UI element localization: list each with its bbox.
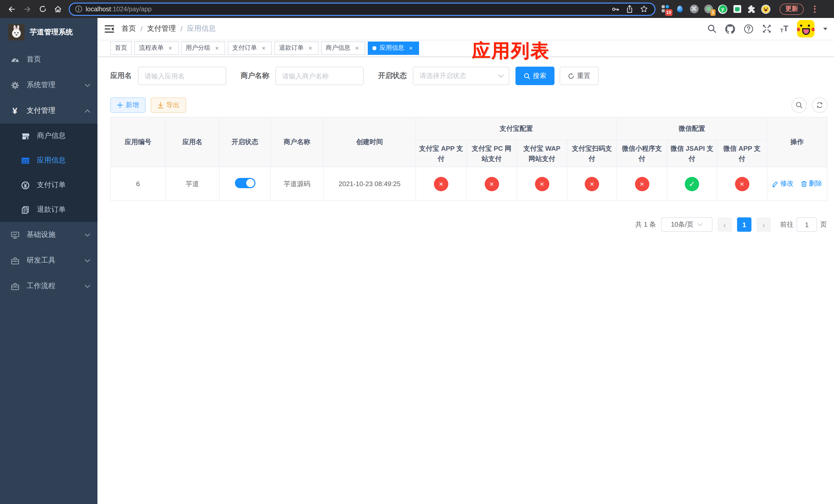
grid-table-icon [21, 156, 30, 165]
status-select[interactable]: 请选择开启状态 [413, 67, 509, 85]
page-size-select[interactable]: 10条/页 [661, 217, 712, 232]
tab-label: 商户信息 [326, 44, 350, 52]
goto-page-input[interactable] [796, 217, 817, 232]
fullscreen-icon [762, 24, 771, 33]
github-link[interactable] [725, 24, 735, 33]
sidebar: 芋道管理系统 首页 系统管理 ¥ 支付管理 [0, 18, 97, 504]
goto-label: 前往 [780, 220, 793, 229]
extension-badge: 10 [665, 9, 673, 16]
export-button[interactable]: 导出 [151, 97, 186, 113]
sidebar-logo-row[interactable]: 芋道管理系统 [0, 18, 97, 47]
sidebar-item-dev-tools[interactable]: 研发工具 [0, 248, 97, 273]
chevron-down-icon [85, 284, 90, 288]
refresh-table-button[interactable] [812, 97, 827, 113]
avatar-caret-icon[interactable] [823, 27, 827, 32]
sidebar-item-pay-orders[interactable]: 支付订单 [0, 173, 97, 198]
add-button[interactable]: 新增 [110, 97, 146, 113]
col-alipay-qr: 支付宝扫码支付 [567, 140, 617, 167]
col-app-name: 应用名 [166, 117, 219, 167]
reset-button[interactable]: 重置 [559, 67, 598, 85]
sidebar-item-app-info[interactable]: 应用信息 [0, 148, 97, 173]
sidebar-item-workflow[interactable]: 工作流程 [0, 273, 97, 299]
browser-back-button[interactable] [5, 2, 19, 16]
tab-app-info[interactable]: 应用信息× [368, 41, 419, 54]
page-1-button[interactable]: 1 [737, 217, 751, 232]
sidebar-item-home[interactable]: 首页 [0, 47, 97, 72]
breadcrumb-home[interactable]: 首页 [122, 24, 136, 33]
wx-app-disabled-icon: × [735, 177, 749, 191]
tab-merchant-info[interactable]: 商户信息× [321, 41, 365, 54]
col-actions: 操作 [767, 117, 827, 167]
extension-y-icon[interactable]: y [718, 4, 727, 14]
app-name-input[interactable] [138, 67, 226, 85]
tab-refund-orders[interactable]: 退款订单× [275, 41, 319, 54]
merchant-name-input[interactable] [276, 67, 364, 85]
delete-link-label: 删除 [809, 179, 822, 188]
password-key-icon[interactable] [611, 5, 620, 13]
breadcrumb-payment[interactable]: 支付管理 [147, 24, 176, 33]
address-bar[interactable]: localhost:1024/pay/app [69, 2, 656, 16]
sidebar-item-payment[interactable]: ¥ 支付管理 [0, 98, 97, 123]
extension-blocks-icon[interactable]: 10 [661, 4, 670, 14]
payment-submenu: 商户信息 应用信息 支付订单 [0, 123, 97, 222]
hamburger-fold-icon [105, 24, 114, 33]
sidebar-item-refund-orders[interactable]: 退款订单 [0, 198, 97, 222]
browser-menu-button[interactable] [811, 5, 818, 13]
sidebar-collapse-button[interactable] [105, 24, 114, 33]
header-search-button[interactable] [707, 24, 717, 33]
extension-chat-icon[interactable] [732, 4, 742, 14]
tab-close-icon[interactable]: × [307, 44, 314, 51]
next-page-button[interactable]: › [756, 217, 771, 232]
sidebar-item-infrastructure[interactable]: 基础设施 [0, 222, 97, 248]
sidebar-item-merchant-info[interactable]: 商户信息 [0, 123, 97, 148]
tab-pay-orders[interactable]: 支付订单× [228, 41, 272, 54]
col-created: 创建时间 [323, 117, 416, 167]
y-logo-icon: y [718, 4, 727, 14]
group-header-wechat: 微信配置 [617, 117, 767, 140]
url-text[interactable]: localhost:1024/pay/app [86, 5, 611, 13]
status-toggle[interactable] [235, 178, 255, 188]
col-wx-mini: 微信小程序支付 [617, 140, 667, 167]
tags-view-bar: 首页 流程表单× 用户分组× 支付订单× 退款订单× 商户信息× 应用信息× [97, 40, 834, 57]
tab-close-icon[interactable]: × [167, 44, 174, 51]
sidebar-item-system[interactable]: 系统管理 [0, 72, 97, 98]
user-avatar[interactable] [797, 20, 814, 38]
extension-balloon-icon[interactable] [675, 4, 684, 14]
tab-user-group[interactable]: 用户分组× [181, 41, 225, 54]
show-search-toggle-button[interactable] [791, 97, 807, 113]
edit-link-label: 修改 [780, 179, 793, 188]
cell-status [219, 167, 270, 201]
browser-profile-avatar[interactable] [761, 4, 770, 14]
tab-process-form[interactable]: 流程表单× [134, 41, 178, 54]
filter-app-name-label: 应用名 [110, 71, 132, 81]
search-button-label: 搜索 [533, 71, 546, 81]
share-icon[interactable] [626, 5, 633, 13]
tab-close-icon[interactable]: × [407, 44, 414, 51]
wx-jsapi-enabled-icon: ✓ [685, 177, 699, 191]
col-app-id: 应用编号 [111, 117, 166, 167]
browser-forward-button[interactable] [21, 2, 34, 16]
tab-label: 用户分组 [186, 44, 210, 52]
goto-suffix: 页 [820, 220, 827, 229]
info-icon[interactable] [75, 5, 83, 13]
sidebar-item-label: 系统管理 [27, 81, 85, 90]
edit-link[interactable]: 修改 [772, 179, 793, 188]
trash-icon [801, 181, 807, 187]
extension-command-icon[interactable]: ⌘ [689, 4, 699, 14]
tab-close-icon[interactable]: × [260, 44, 267, 51]
tab-close-icon[interactable]: × [353, 44, 360, 51]
font-size-button[interactable]: TT [780, 24, 788, 33]
bookmark-star-icon[interactable] [640, 5, 648, 13]
help-button[interactable] [744, 24, 753, 33]
prev-page-button[interactable]: ‹ [718, 217, 732, 232]
browser-update-button[interactable]: 更新 [780, 3, 804, 15]
extension-recorder-icon[interactable]: 1 [704, 4, 713, 14]
tab-close-icon[interactable]: × [213, 44, 221, 51]
delete-link[interactable]: 删除 [801, 179, 822, 188]
extensions-puzzle-button[interactable] [747, 4, 756, 14]
browser-reload-button[interactable] [36, 2, 49, 16]
tab-home[interactable]: 首页 [110, 41, 132, 54]
browser-home-button[interactable] [51, 2, 65, 16]
search-button[interactable]: 搜索 [515, 67, 554, 85]
fullscreen-button[interactable] [762, 24, 771, 33]
